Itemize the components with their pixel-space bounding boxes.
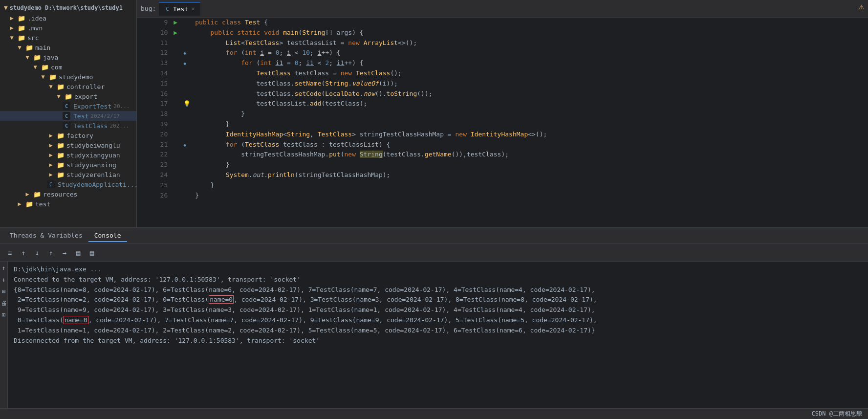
toolbar-up2-btn[interactable]: ↑ bbox=[45, 247, 57, 259]
sidebar-item-factory[interactable]: ▶ 📁 factory bbox=[0, 131, 136, 140]
line-gutter-9 bbox=[183, 18, 191, 28]
code-row-18: 18 } bbox=[137, 109, 868, 119]
code-content-11: List<TestClass> testClassList = new Arra… bbox=[191, 38, 868, 48]
sidebar-item-testclass[interactable]: C TestClass 202... bbox=[0, 121, 136, 131]
file-tree-sidebar: ▼ studydemo D:\tnwork\study\study1 ▶ 📁 .… bbox=[0, 0, 137, 227]
line-gutter-13: ◆ bbox=[183, 58, 191, 68]
folder-yellow-icon: 📁 bbox=[18, 34, 25, 42]
app-icon: C bbox=[47, 180, 55, 188]
line-gutter-19 bbox=[183, 119, 191, 130]
side-btn-other[interactable]: ⊞ bbox=[0, 310, 8, 319]
console-line-2: Connected to the target VM, address: '12… bbox=[14, 275, 862, 285]
sidebar-item-export[interactable]: ▼ 📁 export bbox=[0, 91, 136, 101]
line-number-13: 13 bbox=[137, 58, 174, 68]
line-arrow-18 bbox=[174, 109, 183, 119]
line-number-23: 23 bbox=[137, 160, 174, 170]
code-row-23: 23 } bbox=[137, 160, 868, 170]
toolbar-arrow-btn[interactable]: → bbox=[59, 247, 70, 259]
sidebar-item-studybeiwanglu[interactable]: ▶ 📁 studybeiwanglu bbox=[0, 140, 136, 150]
sidebar-item-test-folder[interactable]: ▶ 📁 test bbox=[0, 199, 136, 209]
folder-yellow-icon: 📁 bbox=[25, 200, 33, 208]
folder-open-icon: ▼ bbox=[31, 63, 39, 71]
sidebar-item-com[interactable]: ▼ 📁 com bbox=[0, 62, 136, 72]
sidebar-item-studyyuanxing[interactable]: ▶ 📁 studyyuanxing bbox=[0, 160, 136, 170]
java-class-icon: C bbox=[63, 112, 70, 120]
line-arrow-23 bbox=[174, 160, 183, 170]
line-number-10: 10 bbox=[137, 28, 174, 38]
folder-yellow-icon: 📁 bbox=[57, 83, 65, 90]
line-arrow-17 bbox=[174, 99, 183, 109]
folder-icon: ▶ bbox=[16, 200, 23, 208]
console-output[interactable]: D:\jdk\bin\java.exe ... Connected to the… bbox=[8, 262, 868, 408]
folder-open-icon: ▼ bbox=[47, 83, 55, 90]
tab-close-button[interactable]: × bbox=[191, 5, 195, 12]
project-root[interactable]: ▼ studydemo D:\tnwork\study\study1 bbox=[0, 2, 136, 13]
bottom-bar: CSDN @二两相思酿 bbox=[0, 408, 868, 419]
side-btn-up[interactable]: ↑ bbox=[0, 264, 8, 272]
tab-threads-variables[interactable]: Threads & Variables bbox=[4, 230, 88, 242]
line-number-18: 18 bbox=[137, 109, 174, 119]
toolbar-grid2-btn[interactable]: ▤ bbox=[86, 247, 98, 259]
side-btn-down[interactable]: ↓ bbox=[0, 275, 8, 284]
app-layout: ▼ studydemo D:\tnwork\study\study1 ▶ 📁 .… bbox=[0, 0, 868, 419]
folder-yellow-icon: 📁 bbox=[57, 171, 65, 178]
line-arrow-25 bbox=[174, 180, 183, 191]
line-gutter-17: 💡 bbox=[183, 99, 191, 109]
console-line-6: 0=TestClass(name=0, code=2024-02-17), 7=… bbox=[14, 315, 862, 326]
code-row-11: 11 List<TestClass> testClassList = new A… bbox=[137, 38, 868, 48]
sidebar-item-controller[interactable]: ▼ 📁 controller bbox=[0, 82, 136, 91]
sidebar-item-studyxiangyuan[interactable]: ▶ 📁 studyxiangyuan bbox=[0, 150, 136, 160]
sidebar-item-exporttest[interactable]: C ExportTest 20... bbox=[0, 101, 136, 111]
toolbar-btn-1[interactable]: ≡ bbox=[4, 247, 16, 259]
folder-yellow-icon: 📁 bbox=[25, 44, 33, 51]
code-content-13: for (int i1 = 0; i1 < 2; i1++) { bbox=[191, 58, 868, 68]
line-arrow-20 bbox=[174, 130, 183, 140]
code-row-12: 12 ◆ for (int i = 0; i < 10; i++) { bbox=[137, 48, 868, 58]
code-row-22: 22 stringTestClassHashMap.put(new String… bbox=[137, 150, 868, 160]
folder-open-icon: ▼ bbox=[39, 73, 47, 81]
java-class-icon: C bbox=[63, 122, 70, 130]
line-number-26: 26 bbox=[137, 191, 174, 201]
side-btn-left[interactable]: ⊟ bbox=[0, 287, 8, 296]
line-arrow-12 bbox=[174, 48, 183, 58]
editor-tab-test[interactable]: C Test × bbox=[159, 2, 200, 16]
line-number-11: 11 bbox=[137, 38, 174, 48]
sidebar-item-java[interactable]: ▼ 📁 java bbox=[0, 52, 136, 62]
folder-yellow-icon: 📁 bbox=[57, 141, 65, 149]
sidebar-item-studyzerenlian[interactable]: ▶ 📁 studyzerenlian bbox=[0, 170, 136, 179]
toolbar-up-btn[interactable]: ↑ bbox=[18, 247, 29, 259]
side-btn-print[interactable]: 🖨 bbox=[0, 299, 8, 308]
sidebar-item-main[interactable]: ▼ 📁 main bbox=[0, 43, 136, 52]
folder-yellow-icon: 📁 bbox=[57, 132, 65, 139]
line-gutter-18 bbox=[183, 109, 191, 119]
sidebar-item-mvn[interactable]: ▶ 📁 .mvn bbox=[0, 23, 136, 33]
sidebar-item-src[interactable]: ▼ 📁 src bbox=[0, 33, 136, 43]
code-editor[interactable]: ⚠ bug: C Test × 9 ▶ public bbox=[137, 0, 868, 227]
line-number-20: 20 bbox=[137, 130, 174, 140]
toolbar-down-btn[interactable]: ↓ bbox=[31, 247, 43, 259]
code-content-12: for (int i = 0; i < 10; i++) { bbox=[191, 48, 868, 58]
code-content-26: } bbox=[191, 191, 868, 201]
folder-open-icon: ▼ bbox=[8, 34, 16, 42]
sidebar-item-resources[interactable]: ▶ 📁 resources bbox=[0, 189, 136, 199]
toolbar-grid1-btn[interactable]: ▤ bbox=[72, 247, 84, 259]
folder-yellow-icon: 📁 bbox=[57, 151, 65, 159]
sidebar-item-studydemo[interactable]: ▼ 📁 studydemo bbox=[0, 72, 136, 82]
line-number-14: 14 bbox=[137, 68, 174, 79]
line-number-19: 19 bbox=[137, 119, 174, 130]
code-row-20: 20 IdentityHashMap<String, TestClass> st… bbox=[137, 130, 868, 140]
tab-console[interactable]: Console bbox=[88, 230, 127, 242]
sidebar-item-test[interactable]: C Test 2024/2/17 bbox=[0, 111, 136, 121]
sidebar-item-studydemoapp[interactable]: C StudydemoApplicati... bbox=[0, 179, 136, 189]
project-name: studydemo D:\tnwork\study\study1 bbox=[10, 4, 123, 11]
branding-text: CSDN @二两相思酿 bbox=[812, 410, 862, 418]
sidebar-item-idea[interactable]: ▶ 📁 .idea bbox=[0, 13, 136, 23]
code-row-19: 19 } bbox=[137, 119, 868, 130]
folder-icon: ▶ bbox=[8, 14, 16, 22]
code-content-25: } bbox=[191, 180, 868, 191]
code-row-25: 25 } bbox=[137, 180, 868, 191]
debug-tabs: Threads & Variables Console bbox=[0, 228, 868, 244]
folder-yellow-icon: 📁 bbox=[33, 190, 41, 198]
line-arrow-10: ▶ bbox=[174, 28, 183, 38]
line-arrow-13 bbox=[174, 58, 183, 68]
